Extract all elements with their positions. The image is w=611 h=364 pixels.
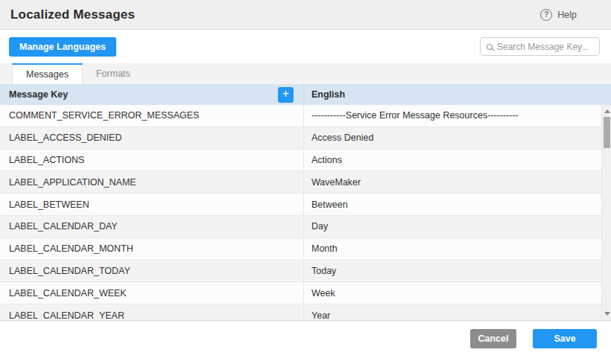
table-row[interactable]: LABEL_CALENDAR_TODAY Today	[0, 261, 601, 283]
english-column-label: English	[311, 89, 345, 100]
table-row[interactable]: LABEL_BETWEEN Between	[0, 194, 601, 216]
message-key-column-label: Message Key	[9, 89, 68, 100]
search-icon	[487, 44, 493, 50]
table-row[interactable]: LABEL_ACCESS_DENIED Access Denied	[0, 127, 601, 150]
english-value-cell[interactable]: -----------Service Error Message Resourc…	[304, 105, 601, 127]
add-message-button[interactable]: +	[278, 87, 294, 103]
table-row[interactable]: LABEL_CALENDAR_WEEK Week	[0, 282, 601, 304]
message-key-cell[interactable]: LABEL_ACCESS_DENIED	[0, 127, 304, 149]
message-key-cell[interactable]: LABEL_CALENDAR_DAY	[0, 216, 304, 237]
table-row[interactable]: COMMENT_SERVICE_ERROR_MESSAGES ---------…	[0, 105, 601, 127]
tab-messages[interactable]: Messages	[12, 63, 83, 84]
plus-icon: +	[282, 88, 289, 100]
tab-bar: Messages Formats	[0, 63, 611, 84]
english-value-cell[interactable]: Between	[304, 194, 601, 215]
manage-languages-button[interactable]: Manage Languages	[9, 37, 116, 57]
english-value-cell[interactable]: Day	[304, 216, 601, 237]
english-value-cell[interactable]: Week	[304, 282, 601, 304]
table-body-wrap: COMMENT_SERVICE_ERROR_MESSAGES ---------…	[0, 105, 611, 321]
table-body: COMMENT_SERVICE_ERROR_MESSAGES ---------…	[0, 105, 601, 320]
tab-formats[interactable]: Formats	[83, 63, 144, 84]
column-header-english: English	[304, 84, 611, 105]
scroll-down-arrow-icon[interactable]	[602, 309, 611, 319]
column-header-message-key: Message Key +	[0, 84, 304, 105]
dialog-footer: Cancel Save	[0, 321, 611, 364]
message-key-cell[interactable]: LABEL_CALENDAR_YEAR	[0, 304, 304, 320]
scrollbar-thumb[interactable]	[604, 117, 610, 148]
save-button[interactable]: Save	[533, 329, 597, 348]
message-key-cell[interactable]: LABEL_APPLICATION_NAME	[0, 171, 304, 193]
english-value-cell[interactable]: Month	[304, 238, 601, 260]
table-header: Message Key + English	[0, 84, 611, 105]
message-key-cell[interactable]: LABEL_CALENDAR_TODAY	[0, 261, 304, 282]
help-button[interactable]: ? Help	[540, 9, 599, 21]
dialog-header: Localized Messages ? Help	[0, 0, 611, 30]
search-box[interactable]	[480, 37, 600, 56]
table-row[interactable]: LABEL_CALENDAR_YEAR Year	[0, 304, 601, 320]
table-row[interactable]: LABEL_APPLICATION_NAME WaveMaker	[0, 171, 601, 194]
english-value-cell[interactable]: Today	[304, 261, 601, 282]
scroll-up-arrow-icon[interactable]	[602, 106, 611, 116]
toolbar: Manage Languages	[0, 30, 611, 63]
english-value-cell[interactable]: Access Denied	[304, 127, 601, 149]
english-value-cell[interactable]: Year	[304, 304, 601, 320]
english-value-cell[interactable]: WaveMaker	[304, 171, 601, 193]
table-scrollbar[interactable]	[601, 105, 611, 320]
message-key-cell[interactable]: LABEL_CALENDAR_MONTH	[0, 238, 304, 260]
message-key-cell[interactable]: COMMENT_SERVICE_ERROR_MESSAGES	[0, 105, 304, 127]
table-row[interactable]: LABEL_CALENDAR_MONTH Month	[0, 238, 601, 261]
message-key-cell[interactable]: LABEL_ACTIONS	[0, 150, 304, 171]
table-row[interactable]: LABEL_ACTIONS Actions	[0, 150, 601, 172]
search-input[interactable]	[497, 42, 593, 52]
table-row[interactable]: LABEL_CALENDAR_DAY Day	[0, 216, 601, 238]
localized-messages-dialog: Localized Messages ? Help Manage Languag…	[0, 0, 611, 364]
english-value-cell[interactable]: Actions	[304, 150, 601, 171]
message-key-cell[interactable]: LABEL_BETWEEN	[0, 194, 304, 215]
message-key-cell[interactable]: LABEL_CALENDAR_WEEK	[0, 282, 304, 304]
help-circle-icon: ?	[540, 9, 552, 21]
cancel-button[interactable]: Cancel	[470, 329, 516, 348]
page-title: Localized Messages	[10, 7, 135, 22]
search-icon-handle	[491, 48, 495, 52]
help-label: Help	[557, 10, 577, 20]
